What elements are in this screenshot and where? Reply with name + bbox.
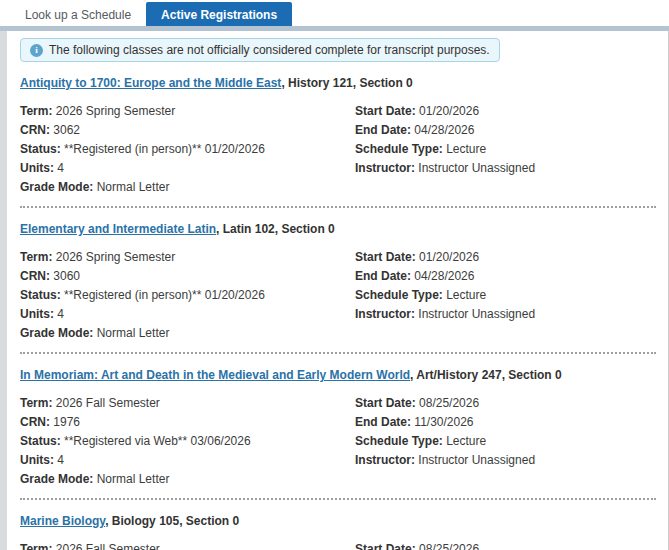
instructor-value: Instructor Unassigned [418,161,535,175]
status-value: **Registered via Web** 03/06/2026 [64,434,251,448]
info-icon: i [30,44,43,57]
class-title-link[interactable]: Elementary and Intermediate Latin [20,222,216,236]
term-label: Term: [20,250,52,264]
crn-row: CRN: 1976 [20,413,355,432]
status-value: **Registered (in person)** 01/20/2026 [64,142,265,156]
end-date-label: End Date: [355,269,411,283]
start-date-label: Start Date: [355,250,416,264]
term-value: 2026 Fall Semester [56,542,160,550]
details-right-column: Start Date: 01/20/2026 End Date: 04/28/2… [355,248,656,343]
term-value: 2026 Fall Semester [56,396,160,410]
class-details: Term: 2026 Fall Semester CRN: 1972 Statu… [20,540,656,550]
units-label: Units: [20,161,54,175]
tab-active-registrations[interactable]: Active Registrations [146,2,292,26]
crn-row: CRN: 3060 [20,267,355,286]
crn-label: CRN: [20,269,50,283]
start-date-row: Start Date: 08/25/2026 [355,394,656,413]
grade-mode-row: Grade Mode: Normal Letter [20,178,355,197]
details-right-column: Start Date: 08/25/2026 End Date: 11/30/2… [355,540,656,550]
end-date-value: 04/28/2026 [414,123,474,137]
units-label: Units: [20,453,54,467]
schedule-type-label: Schedule Type: [355,434,443,448]
crn-value: 1976 [53,415,80,429]
units-value: 4 [57,453,64,467]
schedule-type-value: Lecture [446,288,486,302]
grade-mode-label: Grade Mode: [20,180,93,194]
schedule-type-value: Lecture [446,434,486,448]
end-date-row: End Date: 04/28/2026 [355,267,656,286]
crn-value: 3062 [53,123,80,137]
class-details: Term: 2026 Fall Semester CRN: 1976 Statu… [20,394,656,489]
class-subtitle: , History 121, Section 0 [281,76,412,90]
status-label: Status: [20,142,61,156]
class-details: Term: 2026 Spring Semester CRN: 3060 Sta… [20,248,656,343]
tab-look-up-a-schedule[interactable]: Look up a Schedule [10,2,146,26]
class-heading: Antiquity to 1700: Europe and the Middle… [20,76,656,90]
crn-label: CRN: [20,123,50,137]
section-separator [20,352,656,354]
term-row: Term: 2026 Spring Semester [20,248,355,267]
schedule-type-row: Schedule Type: Lecture [355,432,656,451]
grade-mode-value: Normal Letter [97,326,170,340]
class-section: Antiquity to 1700: Europe and the Middle… [20,76,656,197]
details-left-column: Term: 2026 Spring Semester CRN: 3062 Sta… [20,102,355,197]
schedule-type-label: Schedule Type: [355,288,443,302]
section-separator [20,206,656,208]
units-label: Units: [20,307,54,321]
grade-mode-row: Grade Mode: Normal Letter [20,324,355,343]
schedule-type-row: Schedule Type: Lecture [355,140,656,159]
status-label: Status: [20,434,61,448]
schedule-type-row: Schedule Type: Lecture [355,286,656,305]
crn-row: CRN: 3062 [20,121,355,140]
start-date-value: 01/20/2026 [419,250,479,264]
instructor-value: Instructor Unassigned [418,453,535,467]
start-date-label: Start Date: [355,542,416,550]
start-date-value: 01/20/2026 [419,104,479,118]
class-section: Marine Biology, Biology 105, Section 0 T… [20,514,656,550]
units-value: 4 [57,161,64,175]
instructor-value: Instructor Unassigned [418,307,535,321]
schedule-type-label: Schedule Type: [355,142,443,156]
instructor-label: Instructor: [355,307,415,321]
class-title-link[interactable]: Antiquity to 1700: Europe and the Middle… [20,76,281,90]
class-title-link[interactable]: Marine Biology [20,514,105,528]
term-label: Term: [20,104,52,118]
end-date-row: End Date: 11/30/2026 [355,413,656,432]
start-date-row: Start Date: 01/20/2026 [355,248,656,267]
end-date-label: End Date: [355,123,411,137]
status-row: Status: **Registered (in person)** 01/20… [20,286,355,305]
term-label: Term: [20,396,52,410]
crn-value: 3060 [53,269,80,283]
instructor-row: Instructor: Instructor Unassigned [355,451,656,470]
start-date-value: 08/25/2026 [419,396,479,410]
term-value: 2026 Spring Semester [56,250,175,264]
status-row: Status: **Registered via Web** 03/06/202… [20,432,355,451]
class-details: Term: 2026 Spring Semester CRN: 3062 Sta… [20,102,656,197]
term-row: Term: 2026 Fall Semester [20,540,355,550]
class-section: In Memoriam: Art and Death in the Mediev… [20,368,656,489]
term-row: Term: 2026 Spring Semester [20,102,355,121]
class-subtitle: , Art/History 247, Section 0 [410,368,562,382]
section-separator [20,498,656,500]
details-left-column: Term: 2026 Spring Semester CRN: 3060 Sta… [20,248,355,343]
class-heading: In Memoriam: Art and Death in the Mediev… [20,368,656,382]
status-row: Status: **Registered (in person)** 01/20… [20,140,355,159]
instructor-label: Instructor: [355,453,415,467]
class-subtitle: , Latin 102, Section 0 [216,222,335,236]
term-row: Term: 2026 Fall Semester [20,394,355,413]
end-date-value: 04/28/2026 [414,269,474,283]
start-date-row: Start Date: 01/20/2026 [355,102,656,121]
term-value: 2026 Spring Semester [56,104,175,118]
instructor-row: Instructor: Instructor Unassigned [355,305,656,324]
status-label: Status: [20,288,61,302]
class-heading: Marine Biology, Biology 105, Section 0 [20,514,656,528]
end-date-label: End Date: [355,415,411,429]
grade-mode-label: Grade Mode: [20,326,93,340]
tab-bar: Look up a Schedule Active Registrations [0,0,669,26]
start-date-row: Start Date: 08/25/2026 [355,540,656,550]
details-right-column: Start Date: 08/25/2026 End Date: 11/30/2… [355,394,656,489]
schedule-type-value: Lecture [446,142,486,156]
class-title-link[interactable]: In Memoriam: Art and Death in the Mediev… [20,368,410,382]
class-heading: Elementary and Intermediate Latin, Latin… [20,222,656,236]
grade-mode-label: Grade Mode: [20,472,93,486]
